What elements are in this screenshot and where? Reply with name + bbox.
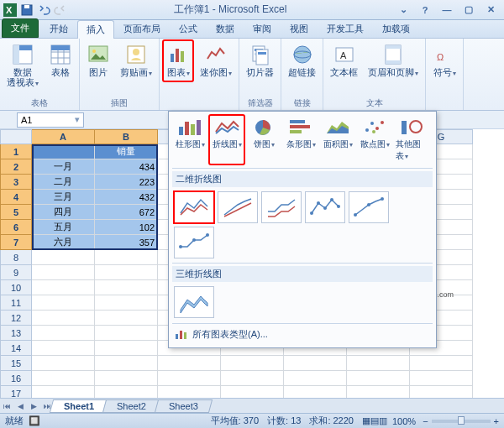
cell[interactable]	[95, 311, 158, 326]
cell[interactable]: 357	[95, 235, 158, 250]
cell[interactable]	[32, 265, 95, 280]
tab-addin[interactable]: 加载项	[373, 19, 419, 38]
tab-layout[interactable]: 页面布局	[114, 19, 170, 38]
row-header-7[interactable]: 7	[0, 235, 32, 250]
cell[interactable]	[95, 326, 158, 341]
line-thumb-5[interactable]	[349, 191, 389, 223]
sheet-tab-3[interactable]: Sheet3	[155, 399, 213, 413]
cell[interactable]: 432	[95, 190, 158, 205]
pie-chart-button[interactable]: 饼图	[246, 115, 281, 164]
pivot-button[interactable]: 数据 透视表	[3, 40, 42, 91]
row-header-12[interactable]: 12	[0, 311, 32, 326]
zoom-out-icon[interactable]: −	[423, 416, 428, 426]
close-icon[interactable]: ✕	[480, 3, 501, 17]
zoom-in-icon[interactable]: +	[494, 416, 499, 426]
cell[interactable]	[95, 371, 158, 386]
cell[interactable]	[95, 295, 158, 311]
cell[interactable]	[284, 356, 347, 371]
clipart-button[interactable]: 剪贴画	[117, 40, 155, 81]
cell[interactable]	[95, 356, 158, 371]
cell[interactable]	[158, 371, 221, 386]
cell[interactable]	[95, 280, 158, 295]
name-box[interactable]: A1▾	[17, 112, 84, 128]
line-thumb-6[interactable]	[174, 227, 214, 258]
line-thumb-2[interactable]	[218, 191, 258, 223]
sheet-tab-1[interactable]: Sheet1	[50, 399, 108, 413]
header-footer-button[interactable]: 页眉和页脚	[365, 40, 422, 81]
all-chart-types-button[interactable]: 所有图表类型(A)...	[172, 323, 433, 344]
row-header-11[interactable]: 11	[0, 295, 32, 311]
symbol-button[interactable]: Ω符号	[429, 40, 459, 81]
row-header-3[interactable]: 3	[0, 175, 32, 190]
line-thumb-3[interactable]	[261, 191, 302, 223]
col-header-B[interactable]: B	[95, 129, 158, 144]
cell[interactable]: 销量	[95, 144, 158, 159]
view-normal-icon[interactable]: ▦	[362, 415, 370, 426]
line-thumb-4[interactable]	[305, 191, 345, 223]
cell[interactable]: 三月	[32, 190, 95, 205]
cell[interactable]	[284, 371, 347, 386]
zoom-slider[interactable]: − +	[423, 416, 499, 426]
cell[interactable]	[95, 265, 158, 280]
row-header-4[interactable]: 4	[0, 190, 32, 205]
row-header-9[interactable]: 9	[0, 265, 32, 280]
column-chart-button[interactable]: 柱形图	[172, 115, 207, 164]
row-header-10[interactable]: 10	[0, 280, 32, 295]
row-header-6[interactable]: 6	[0, 220, 32, 235]
save-icon[interactable]	[20, 3, 34, 17]
redo-icon[interactable]	[54, 3, 67, 17]
picture-button[interactable]: 图片	[83, 40, 113, 80]
cell[interactable]	[32, 356, 95, 371]
cell[interactable]	[410, 356, 473, 371]
cell[interactable]	[32, 326, 95, 341]
line-thumb-1[interactable]	[174, 191, 214, 223]
tab-home[interactable]: 开始	[40, 19, 77, 38]
cell[interactable]	[32, 311, 95, 326]
row-header-1[interactable]: 1	[0, 144, 32, 159]
cell[interactable]: 一月	[32, 159, 95, 175]
cell[interactable]: 672	[95, 205, 158, 220]
select-all-corner[interactable]	[0, 129, 32, 144]
tab-formula[interactable]: 公式	[170, 19, 207, 38]
sheet-nav-prev[interactable]: ◀	[14, 400, 26, 412]
line3d-thumb-1[interactable]	[174, 286, 214, 318]
ribbon-min-icon[interactable]: ⌄	[393, 3, 413, 17]
cell[interactable]	[158, 356, 221, 371]
cell[interactable]	[221, 356, 284, 371]
sheet-nav-next[interactable]: ▶	[28, 400, 39, 412]
tab-review[interactable]: 审阅	[244, 19, 281, 38]
sheet-tab-2[interactable]: Sheet2	[102, 399, 160, 413]
scatter-chart-button[interactable]: 散点图	[357, 115, 392, 164]
table-button[interactable]: 表格	[45, 40, 76, 80]
col-header-A[interactable]: A	[32, 129, 95, 144]
cell[interactable]	[32, 295, 95, 311]
cell[interactable]	[32, 144, 95, 159]
cell[interactable]	[95, 341, 158, 356]
cell[interactable]	[32, 371, 95, 386]
cell[interactable]	[347, 371, 410, 386]
cell[interactable]	[32, 280, 95, 295]
other-chart-button[interactable]: 其他图表	[394, 115, 429, 164]
cell[interactable]	[32, 341, 95, 356]
tab-insert[interactable]: 插入	[77, 20, 114, 39]
cell[interactable]: 五月	[32, 220, 95, 235]
cell[interactable]	[221, 371, 284, 386]
row-header-15[interactable]: 15	[0, 356, 32, 371]
cell[interactable]: 434	[95, 159, 158, 175]
zoom-label[interactable]: 100%	[392, 416, 416, 426]
tab-file[interactable]: 文件	[2, 18, 39, 38]
row-header-8[interactable]: 8	[0, 250, 32, 265]
hyperlink-button[interactable]: 超链接	[285, 40, 319, 80]
undo-icon[interactable]	[37, 3, 50, 17]
view-break-icon[interactable]: ▥	[379, 415, 387, 426]
cell[interactable]: 二月	[32, 175, 95, 190]
cell[interactable]: 102	[95, 220, 158, 235]
cell[interactable]	[347, 356, 410, 371]
maximize-icon[interactable]: ▢	[459, 3, 479, 17]
sheet-nav-first[interactable]: ⏮	[1, 400, 13, 412]
row-header-2[interactable]: 2	[0, 159, 32, 175]
row-header-5[interactable]: 5	[0, 205, 32, 220]
area-chart-button[interactable]: 面积图	[320, 115, 355, 164]
cell[interactable]	[410, 371, 473, 386]
textbox-button[interactable]: A文本框	[327, 40, 361, 80]
